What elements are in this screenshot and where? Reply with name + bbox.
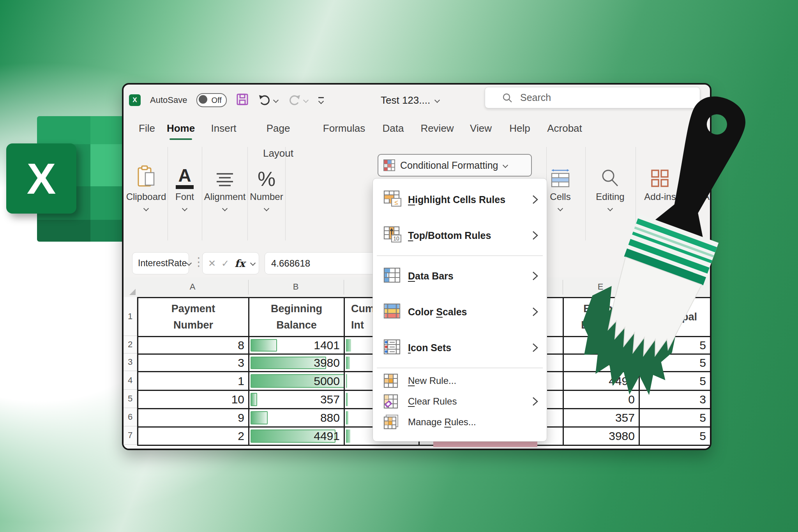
- menu-item-label: New Rule...: [408, 375, 538, 386]
- editing-chevron-icon[interactable]: [608, 206, 613, 211]
- menu-item-label: Manage Rules...: [408, 417, 538, 428]
- tab-acrobat[interactable]: Acrobat: [545, 116, 584, 141]
- tab-home[interactable]: Home: [166, 116, 195, 141]
- color-scales-icon: [383, 302, 408, 322]
- tab-data[interactable]: Data: [381, 116, 406, 141]
- customize-toolbar-icon[interactable]: [318, 97, 325, 103]
- data-bar: [251, 411, 268, 424]
- tab-view[interactable]: View: [469, 116, 493, 141]
- conditional-formatting-button[interactable]: Conditional Formatting: [378, 154, 532, 177]
- select-all-corner[interactable]: [124, 277, 138, 297]
- document-title[interactable]: Test 123....: [381, 85, 440, 116]
- fx-controls: ✕ ✓ fx: [202, 252, 259, 274]
- menu-item-top-bottom-rules[interactable]: 10 Top/Bottom Rules: [373, 217, 547, 253]
- column-header-b[interactable]: B: [284, 282, 307, 292]
- document-title-text: Test 123....: [381, 94, 430, 106]
- ribbon-divider: [285, 147, 286, 240]
- row-header-4[interactable]: 4: [124, 371, 137, 390]
- menu-item-data-bars[interactable]: Data Bars: [373, 258, 547, 294]
- number-chevron-icon[interactable]: [264, 206, 269, 211]
- tab-help[interactable]: Help: [508, 116, 532, 141]
- row-header-1[interactable]: 1: [124, 297, 137, 336]
- group-font[interactable]: A Font: [169, 145, 200, 213]
- row-header-7[interactable]: 7: [124, 426, 137, 445]
- cell-b5[interactable]: 357: [249, 391, 345, 409]
- cell-value: 5000: [314, 375, 340, 388]
- undo-dropdown-icon[interactable]: [274, 98, 279, 103]
- svg-text:≤: ≤: [394, 199, 398, 206]
- header-line: Beginning: [271, 301, 322, 317]
- tab-review[interactable]: Review: [420, 116, 454, 141]
- cell-b1[interactable]: BeginningBalance: [249, 298, 345, 337]
- tab-file[interactable]: File: [134, 116, 159, 141]
- menu-item-highlight-cells-rules[interactable]: ≤ Highlight Cells Rules: [373, 182, 547, 217]
- menu-item-color-scales[interactable]: Color Scales: [373, 294, 547, 330]
- data-bar: [346, 411, 348, 424]
- menu-item-clear-rules[interactable]: Clear Rules: [373, 391, 547, 412]
- cell-a2[interactable]: 8: [138, 337, 249, 355]
- menu-item-manage-rules[interactable]: Manage Rules...: [373, 412, 547, 432]
- alignment-chevron-icon[interactable]: [222, 206, 228, 211]
- logo-cell: [37, 116, 90, 144]
- enter-icon[interactable]: ✓: [221, 258, 229, 269]
- cell-b4[interactable]: 5000: [249, 372, 345, 391]
- submenu-arrow-icon: [532, 343, 538, 352]
- formula-value: 4.668618: [271, 258, 310, 269]
- group-number[interactable]: % Number: [249, 145, 284, 213]
- percent-icon: %: [258, 145, 275, 189]
- cell-a3[interactable]: 3: [138, 355, 249, 372]
- autosave-toggle[interactable]: Off: [196, 93, 227, 107]
- data-bar: [251, 393, 257, 406]
- cell-b2[interactable]: 1401: [249, 337, 345, 355]
- row-header-2[interactable]: 2: [124, 336, 137, 353]
- redo-button[interactable]: [288, 94, 309, 107]
- group-clipboard[interactable]: Clipboard: [126, 145, 166, 213]
- highlighted-cell-sliver: [433, 442, 537, 447]
- top-bottom-rules-icon: 10: [383, 226, 408, 245]
- data-bars-icon: [383, 266, 408, 286]
- font-chevron-icon[interactable]: [182, 206, 187, 211]
- row-headers: 1 2 3 4 5 6 7: [124, 297, 137, 449]
- group-label: Cells: [550, 191, 570, 202]
- cell-value: 357: [320, 393, 340, 406]
- save-icon[interactable]: [236, 93, 249, 108]
- undo-button[interactable]: [258, 94, 279, 107]
- cells-chevron-icon[interactable]: [558, 206, 563, 211]
- redo-dropdown-icon[interactable]: [304, 98, 309, 103]
- header-line: Payment: [171, 301, 215, 317]
- ribbon-divider: [202, 147, 202, 240]
- row-header-3[interactable]: 3: [124, 353, 137, 371]
- row-header-5[interactable]: 5: [124, 390, 137, 408]
- data-bar: [346, 393, 348, 406]
- cell-a1[interactable]: PaymentNumber: [138, 298, 249, 337]
- name-box[interactable]: InterestRate: [132, 252, 189, 274]
- row-header-6[interactable]: 6: [124, 408, 137, 426]
- tab-formulas[interactable]: Formulas: [322, 116, 366, 141]
- insert-function-icon[interactable]: fx: [235, 258, 245, 269]
- data-bar: [251, 339, 277, 352]
- menu-item-icon-sets[interactable]: Icon Sets: [373, 330, 547, 366]
- cancel-icon[interactable]: ✕: [208, 258, 216, 269]
- cell-b3[interactable]: 3980: [249, 355, 345, 372]
- header-line: Number: [173, 317, 213, 334]
- cell-value: 3: [238, 356, 244, 369]
- group-label: Number: [250, 191, 283, 202]
- column-header-a[interactable]: A: [181, 282, 204, 292]
- group-cells[interactable]: Cells: [548, 145, 572, 213]
- cell-b7[interactable]: 4491: [249, 428, 345, 446]
- cell-a4[interactable]: 1: [138, 372, 249, 391]
- cell-a5[interactable]: 10: [138, 391, 249, 409]
- clipboard-chevron-icon[interactable]: [144, 206, 149, 211]
- submenu-arrow-icon: [532, 271, 538, 281]
- cell-b6[interactable]: 880: [249, 409, 345, 428]
- data-bar: [346, 357, 350, 369]
- cell-value: 5: [699, 375, 706, 388]
- cell-a6[interactable]: 9: [138, 409, 249, 428]
- menu-item-label: Top/Bottom Rules: [408, 230, 532, 241]
- submenu-arrow-icon: [532, 231, 538, 240]
- cell-a7[interactable]: 2: [138, 428, 249, 446]
- menu-item-new-rule[interactable]: New Rule...: [373, 370, 547, 391]
- group-alignment[interactable]: Alignment: [203, 145, 246, 213]
- tab-page-layout[interactable]: Page Layout: [252, 116, 304, 141]
- tab-insert[interactable]: Insert: [209, 116, 238, 141]
